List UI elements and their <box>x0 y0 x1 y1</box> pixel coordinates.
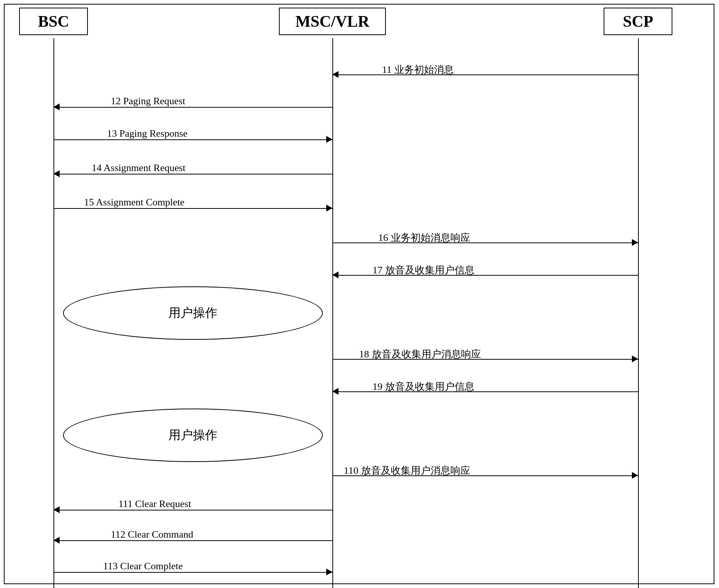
message-label-msg17: 17 放音及收集用户信息 <box>372 263 474 277</box>
arrow-line-msg12 <box>53 107 332 108</box>
message-label-msg15: 15 Assignment Complete <box>84 197 185 208</box>
user-oval-user-op2: 用户操作 <box>63 409 323 462</box>
message-label-msg110: 110 放音及收集用户消息响应 <box>344 464 470 477</box>
message-label-msg16: 16 业务初始消息响应 <box>378 231 470 244</box>
entity-bsc: BSC <box>19 8 88 35</box>
entity-msc: MSC/VLR <box>279 8 386 35</box>
lifeline-msc-line <box>332 38 333 588</box>
message-label-msg111: 111 Clear Request <box>118 498 191 510</box>
message-label-msg112: 112 Clear Command <box>111 529 193 540</box>
user-oval-user-op1: 用户操作 <box>63 286 323 340</box>
arrow-line-msg15 <box>53 208 332 209</box>
arrowhead-msg17 <box>332 271 338 278</box>
message-label-msg113: 113 Clear Complete <box>103 561 183 572</box>
lifeline-bsc-line <box>53 38 54 588</box>
arrowhead-msg113 <box>326 569 332 575</box>
arrowhead-msg111 <box>53 506 60 513</box>
message-label-msg19: 19 放音及收集用户信息 <box>372 380 474 393</box>
message-label-msg18: 18 放音及收集用户消息响应 <box>359 347 481 361</box>
message-label-msg11: 11 业务初始消息 <box>382 63 454 76</box>
entity-scp: SCP <box>604 8 672 35</box>
arrowhead-msg15 <box>326 205 332 212</box>
message-label-msg14: 14 Assignment Request <box>92 162 186 174</box>
user-oval-label-user-op2: 用户操作 <box>168 427 217 444</box>
lifeline-scp-line <box>638 38 639 588</box>
arrow-line-msg113 <box>53 572 332 573</box>
arrowhead-msg19 <box>332 388 338 395</box>
message-label-msg12: 12 Paging Request <box>111 95 185 107</box>
arrowhead-msg110 <box>632 472 638 479</box>
arrow-line-msg14 <box>53 174 332 174</box>
user-oval-label-user-op1: 用户操作 <box>168 305 217 321</box>
arrow-line-msg11 <box>332 74 638 75</box>
arrowhead-msg14 <box>53 170 60 177</box>
arrowhead-msg18 <box>632 355 638 362</box>
message-label-msg13: 13 Paging Response <box>107 128 188 139</box>
arrowhead-msg112 <box>53 537 60 544</box>
sequence-diagram: BSCMSC/VLRSCP11 业务初始消息12 Paging Request1… <box>0 0 719 588</box>
arrow-line-msg111 <box>53 510 332 510</box>
arrow-line-msg13 <box>53 139 332 140</box>
arrowhead-msg16 <box>632 239 638 246</box>
arrowhead-msg11 <box>332 71 338 78</box>
arrow-line-msg112 <box>53 540 332 541</box>
arrowhead-msg13 <box>326 136 332 143</box>
arrowhead-msg12 <box>53 103 60 110</box>
